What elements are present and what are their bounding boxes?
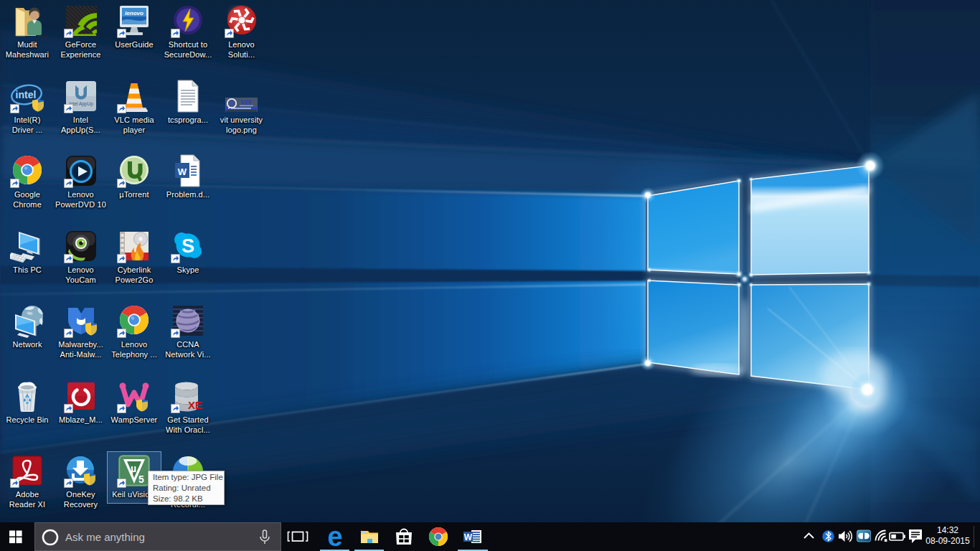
svg-text:W: W [178, 166, 187, 177]
svg-text:lenovo: lenovo [125, 10, 143, 17]
svg-text:5: 5 [138, 474, 144, 485]
svg-text:e: e [327, 522, 342, 551]
svg-text:XE: XE [188, 399, 202, 411]
svg-text:S: S [182, 235, 194, 257]
svg-text:W: W [464, 532, 473, 542]
svg-text:VIT: VIT [240, 99, 251, 106]
svg-text:intel: intel [16, 89, 37, 100]
svg-text:µ: µ [131, 463, 136, 474]
